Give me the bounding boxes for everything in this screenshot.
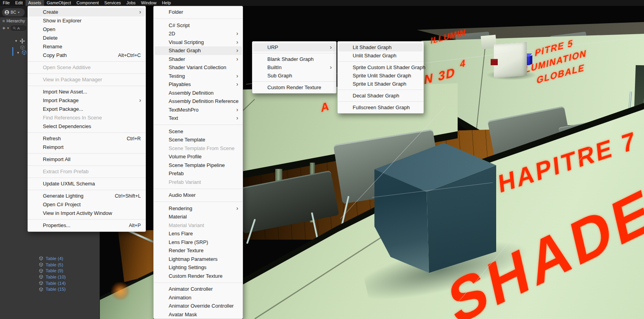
menu-item-copy-path[interactable]: Copy PathAlt+Ctrl+C (29, 51, 145, 60)
menu-separator (154, 125, 243, 125)
foldout-arrow-icon[interactable]: ▼ (17, 51, 20, 55)
menubar-item-edit[interactable]: Edit (13, 0, 26, 6)
menubar-item-file[interactable]: File (0, 0, 13, 6)
menu-item-label: Lightmap Parameters (169, 256, 217, 262)
menu-item-scene-template[interactable]: Scene Template (155, 136, 242, 144)
menu-item-audio-mixer[interactable]: Audio Mixer (155, 191, 242, 200)
menu-separator (28, 219, 145, 220)
menu-item-refresh[interactable]: RefreshCtrl+R (29, 134, 145, 143)
menu-item-shader-graph[interactable]: Shader Graph› (155, 46, 242, 55)
account-button[interactable]: BC ▼ (2, 8, 25, 16)
menu-item-animator-controller[interactable]: Animator Controller (155, 285, 242, 293)
menu-item-open-c-project[interactable]: Open C# Project (29, 200, 145, 209)
hierarchy-item-table-14[interactable]: Table (14) (39, 280, 66, 286)
menu-item-reimport-all[interactable]: Reimport All (29, 155, 145, 164)
menu-item-rename[interactable]: Rename (29, 42, 145, 51)
menu-item-scene-template-pipeline[interactable]: Scene Template Pipeline (155, 161, 242, 170)
menu-item-custom-render-texture[interactable]: Custom Render Texture (155, 272, 242, 280)
menu-item-builtin[interactable]: BuiltIn› (253, 63, 335, 72)
menu-item-create[interactable]: Create› (29, 8, 145, 16)
menu-item-reimport[interactable]: Reimport (29, 143, 145, 152)
menu-item-sprite-lit-shader-graph[interactable]: Sprite Lit Shader Graph (339, 80, 423, 88)
menu-item-sub-graph[interactable]: Sub Graph (253, 72, 335, 80)
menu-item-scene[interactable]: Scene (155, 127, 242, 136)
menu-item-import-new-asset[interactable]: Import New Asset... (29, 88, 145, 96)
menu-item-label: View in Package Manager (43, 77, 102, 82)
menu-item-update-uxml-schema[interactable]: Update UXML Schema (29, 180, 145, 188)
menu-item-textmeshpro[interactable]: TextMeshPro› (155, 106, 242, 114)
menu-item-open[interactable]: Open (29, 25, 145, 34)
hierarchy-item-table-10[interactable]: Table (10) (39, 274, 66, 280)
menu-item-decal-shader-graph[interactable]: Decal Shader Graph (339, 92, 423, 100)
menu-item-prefab[interactable]: Prefab (155, 169, 242, 178)
menubar-item-services[interactable]: Services (101, 0, 123, 6)
menu-item-label: Assembly Definition (169, 90, 213, 96)
menu-item-material[interactable]: Material (155, 213, 242, 221)
menu-item-lightmap-parameters[interactable]: Lightmap Parameters (155, 255, 242, 264)
menu-item-shader[interactable]: Shader› (155, 55, 242, 64)
menu-item-avatar-mask[interactable]: Avatar Mask (155, 310, 242, 319)
menu-item-animation[interactable]: Animation (155, 293, 242, 302)
menu-item-fullscreen-shader-graph[interactable]: Fullscreen Shader Graph (339, 103, 423, 112)
menu-item-animator-override-controller[interactable]: Animator Override Controller (155, 302, 242, 310)
menu-item-unlit-shader-graph[interactable]: Unlit Shader Graph (339, 51, 423, 60)
menu-item-label: Text (169, 115, 178, 121)
menu-item-label: Material Variant (169, 222, 204, 228)
menu-item-generate-lighting[interactable]: Generate LightingCtrl+Shift+L (29, 192, 145, 200)
menu-item-2d[interactable]: 2D› (155, 29, 242, 38)
hierarchy-item-label: Table (10) (46, 275, 66, 279)
menu-item-delete[interactable]: Delete (29, 34, 145, 42)
menu-item-blank-shader-graph[interactable]: Blank Shader Graph (253, 55, 335, 63)
menu-item-sprite-custom-lit-shader-graph[interactable]: Sprite Custom Lit Shader Graph (339, 63, 423, 72)
hierarchy-item-table-5[interactable]: Table (5) (39, 262, 66, 268)
menu-item-shortcut: Ctrl+R (127, 134, 141, 143)
menu-item-assembly-definition[interactable]: Assembly Definition (155, 89, 242, 97)
hierarchy-item-table-4[interactable]: Table (4) (39, 255, 66, 262)
hierarchy-item-table-9[interactable]: Table (9) (39, 268, 66, 274)
menu-item-label: Sub Graph (267, 73, 292, 79)
menubar-item-jobs[interactable]: Jobs (124, 0, 138, 6)
menu-item-assembly-definition-reference[interactable]: Assembly Definition Reference (155, 97, 242, 106)
menu-item-volume-profile[interactable]: Volume Profile (155, 152, 242, 161)
menu-item-visual-scripting[interactable]: Visual Scripting› (155, 38, 242, 47)
menu-item-lens-flare-srp[interactable]: Lens Flare (SRP) (155, 238, 242, 247)
menu-item-c-script[interactable]: C# Script (155, 21, 242, 30)
menu-item-testing[interactable]: Testing› (155, 72, 242, 81)
menu-item-shader-variant-collection[interactable]: Shader Variant Collection (155, 63, 242, 72)
menu-item-playables[interactable]: Playables› (155, 80, 242, 89)
menu-item-render-texture[interactable]: Render Texture (155, 246, 242, 255)
menu-item-show-in-explorer[interactable]: Show in Explorer (29, 16, 145, 25)
menu-item-lit-shader-graph[interactable]: Lit Shader Graph (339, 43, 423, 51)
menu-item-properties[interactable]: Properties...Alt+P (29, 221, 145, 230)
menu-item-sprite-unlit-shader-graph[interactable]: Sprite Unlit Shader Graph (339, 72, 423, 80)
menu-item-lens-flare[interactable]: Lens Flare (155, 229, 242, 238)
hierarchy-item-table-15[interactable]: Table (15) (39, 286, 66, 292)
menu-item-label: Sprite Lit Shader Graph (353, 81, 407, 87)
menu-item-custom-render-texture[interactable]: Custom Render Texture (253, 83, 335, 92)
menubar-item-help[interactable]: Help (159, 0, 174, 6)
foldout-arrow-icon[interactable]: ▼ (15, 39, 18, 43)
search-value: A (17, 26, 20, 30)
menu-item-export-package[interactable]: Export Package... (29, 105, 145, 114)
tab-label: Hierarchy (6, 18, 25, 23)
move-tool-icon (20, 38, 25, 44)
hierarchy-search-input[interactable]: A (11, 26, 26, 31)
menu-item-label: Scene Template (169, 137, 205, 143)
menubar-item-assets[interactable]: Assets (26, 0, 44, 6)
menu-item-select-dependencies[interactable]: Select Dependencies (29, 122, 145, 131)
list-icon: ≡ (2, 18, 5, 23)
menubar-item-component[interactable]: Component (74, 0, 101, 6)
menubar-item-gameobject[interactable]: GameObject (44, 0, 74, 6)
submenu-arrow-icon: › (236, 114, 238, 122)
menu-item-text[interactable]: Text› (155, 114, 242, 123)
menu-item-import-package[interactable]: Import Package› (29, 96, 145, 105)
menu-item-rendering[interactable]: Rendering› (155, 204, 242, 213)
scene-teal-cube (372, 141, 496, 274)
menu-item-folder[interactable]: Folder (155, 8, 242, 16)
menu-item-urp[interactable]: URP› (253, 43, 335, 51)
add-object-button[interactable]: + (2, 25, 6, 31)
menu-item-lighting-settings[interactable]: Lighting Settings (155, 263, 242, 272)
menubar-item-window[interactable]: Window (138, 0, 159, 6)
search-icon (13, 26, 16, 30)
menu-item-view-in-import-activity-window[interactable]: View in Import Activity Window (29, 209, 145, 218)
